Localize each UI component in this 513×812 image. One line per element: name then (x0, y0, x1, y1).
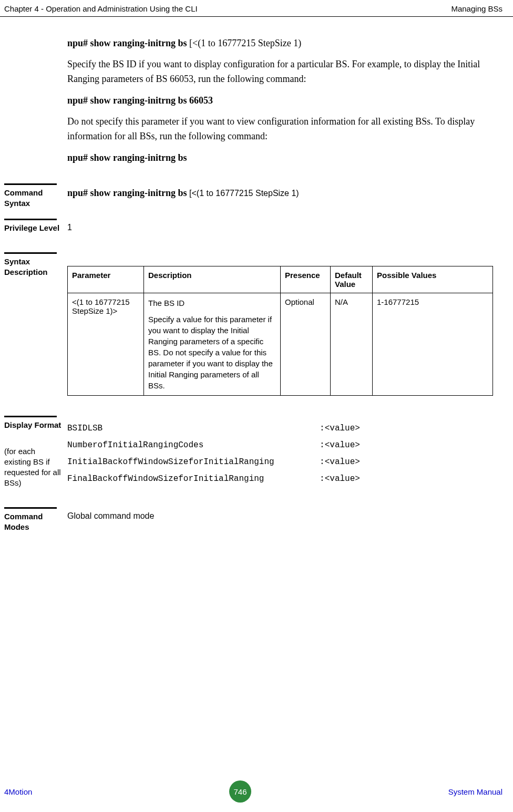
syntax-table: Parameter Description Presence Default V… (67, 266, 493, 396)
main-content: npu# show ranging-initrng bs [<(1 to 167… (0, 17, 513, 521)
syntax-cmd-bold: npu# show ranging-initrng bs (67, 188, 189, 198)
command-modes-label: Command Modes (4, 511, 62, 533)
page-footer: 4Motion 746 System Manual (0, 780, 513, 803)
display-format-sublabel: (for each existing BS if requested for a… (4, 446, 63, 489)
display-format-content: BSIDLSB :<value> NumberofInitialRangingC… (67, 420, 502, 487)
th-description: Description (144, 266, 281, 293)
cmd3-bold: npu# show ranging-initrng bs (67, 152, 187, 163)
command-line-1: npu# show ranging-initrng bs [<(1 to 167… (67, 38, 502, 49)
header-right: Managing BSs (451, 4, 502, 13)
td-description: The BS ID Specify a value for this param… (144, 293, 281, 395)
td-parameter: <(1 to 16777215 StepSize 1)> (68, 293, 144, 395)
desc-line2: Specify a value for this parameter if yo… (148, 314, 276, 391)
td-presence: Optional (281, 293, 331, 395)
display-format-section: Display Format (for each existing BS if … (0, 416, 502, 487)
table-header-row: Parameter Description Presence Default V… (68, 266, 493, 293)
td-possible: 1-16777215 (373, 293, 493, 395)
table-row: <(1 to 16777215 StepSize 1)> The BS ID S… (68, 293, 493, 395)
command-modes-value: Global command mode (67, 511, 502, 521)
syntax-description-label: Syntax Description (4, 256, 62, 278)
command-modes-section: Command Modes Global command mode (0, 507, 502, 521)
th-presence: Presence (281, 266, 331, 293)
syntax-description-section: Syntax Description Parameter Description… (0, 252, 502, 396)
footer-left: 4Motion (4, 787, 32, 796)
footer-right: System Manual (448, 787, 502, 796)
page-header: Chapter 4 - Operation and Administration… (0, 0, 513, 17)
privilege-level-label: Privilege Level (4, 223, 62, 233)
td-default: N/A (331, 293, 373, 395)
desc-line1: The BS ID (148, 297, 276, 309)
paragraph-1: Specify the BS ID if you want to display… (67, 57, 502, 87)
cmd1-param: [<(1 to 16777215 StepSize 1) (189, 38, 301, 48)
th-possible: Possible Values (373, 266, 493, 293)
cmd1-bold: npu# show ranging-initrng bs (67, 38, 189, 48)
th-default: Default Value (331, 266, 373, 293)
page-number-badge: 746 (229, 780, 251, 803)
header-left: Chapter 4 - Operation and Administration… (4, 4, 198, 13)
privilege-level-section: Privilege Level 1 (0, 219, 502, 232)
syntax-cmd-param: [<(1 to 16777215 StepSize 1) (189, 189, 299, 198)
command-line-3: npu# show ranging-initrng bs (67, 152, 502, 163)
command-syntax-label: Command Syntax (4, 188, 62, 209)
command-syntax-section: Command Syntax npu# show ranging-initrng… (0, 183, 502, 199)
display-format-label: Display Format (4, 420, 62, 430)
cmd2-bold: npu# show ranging-initrng bs 66053 (67, 95, 213, 106)
paragraph-2: Do not specify this parameter if you wan… (67, 115, 502, 144)
command-syntax-value: npu# show ranging-initrng bs [<(1 to 167… (67, 188, 502, 199)
command-line-2: npu# show ranging-initrng bs 66053 (67, 95, 502, 106)
th-parameter: Parameter (68, 266, 144, 293)
privilege-level-value: 1 (67, 223, 502, 232)
